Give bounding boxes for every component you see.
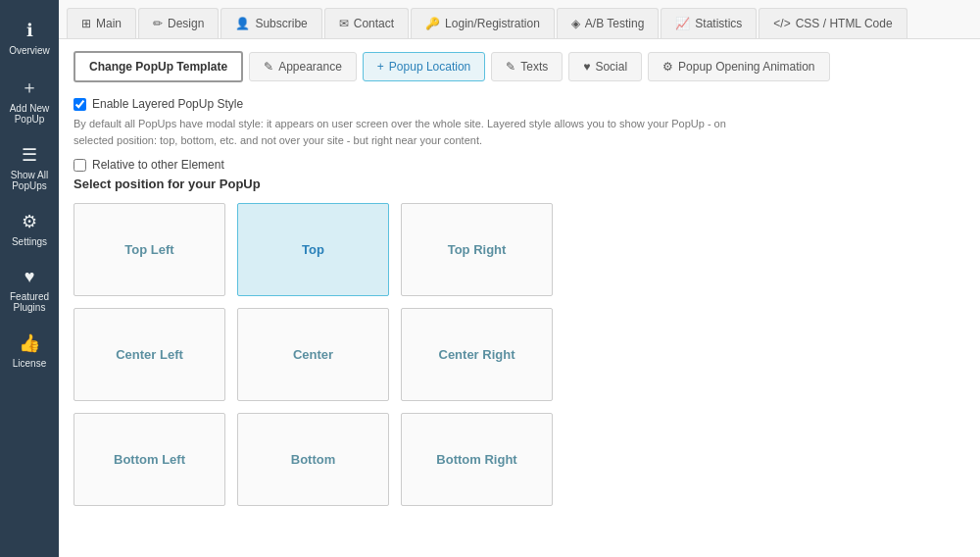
enable-layered-label[interactable]: Enable Layered PopUp Style [92, 97, 243, 111]
list-icon: ☰ [22, 144, 37, 166]
tab-appearance[interactable]: ✎ Appearance [249, 52, 357, 81]
animation-icon: ⚙ [662, 60, 673, 74]
sidebar-item-label: License [13, 358, 46, 369]
sidebar-item-license[interactable]: 👍 License [0, 323, 59, 379]
tab-statistics[interactable]: 📈 Statistics [661, 8, 757, 38]
position-bottom[interactable]: Bottom [237, 413, 389, 506]
text-icon: ✎ [506, 60, 515, 74]
sidebar-item-add-new-popup[interactable]: ＋ Add New PopUp [0, 66, 59, 134]
sidebar-item-label: Add New PopUp [5, 103, 54, 125]
heart-icon: ♥ [24, 267, 35, 287]
thumbs-up-icon: 👍 [19, 332, 40, 354]
tab-ab-testing[interactable]: ◈ A/B Testing [557, 8, 659, 38]
position-top[interactable]: Top [237, 203, 389, 296]
tab-css-html[interactable]: </> CSS / HTML Code [759, 8, 906, 38]
position-center-right[interactable]: Center Right [401, 308, 553, 401]
plus-icon: ＋ [21, 76, 38, 99]
tab-design[interactable]: ✏ Design [138, 8, 219, 38]
sub-nav: Change PopUp Template ✎ Appearance + Pop… [74, 51, 965, 82]
content-area: Change PopUp Template ✎ Appearance + Pop… [59, 39, 980, 557]
key-icon: 🔑 [425, 17, 440, 30]
code-icon: </> [773, 17, 790, 30]
position-bottom-left[interactable]: Bottom Left [74, 413, 225, 506]
position-grid: Top Left Top Top Right Center Left Cente… [74, 203, 965, 506]
change-template-button[interactable]: Change PopUp Template [74, 51, 243, 82]
position-top-right[interactable]: Top Right [401, 203, 553, 296]
tab-login[interactable]: 🔑 Login/Registration [411, 8, 555, 38]
relative-other-checkbox[interactable] [74, 159, 86, 172]
sidebar-item-show-all-popups[interactable]: ☰ Show All PopUps [0, 134, 59, 201]
social-icon: ♥ [583, 60, 590, 74]
enable-layered-option: Enable Layered PopUp Style [74, 97, 965, 111]
position-top-left[interactable]: Top Left [74, 203, 225, 296]
tab-subscribe[interactable]: 👤 Subscribe [220, 8, 321, 38]
main-content: ⊞ Main ✏ Design 👤 Subscribe ✉ Contact 🔑 … [59, 0, 980, 557]
appearance-icon: ✎ [264, 60, 273, 74]
grid-icon: ⊞ [81, 17, 91, 30]
chart-icon: 📈 [675, 17, 690, 30]
position-center-left[interactable]: Center Left [74, 308, 225, 401]
tab-popup-location[interactable]: + Popup Location [363, 52, 485, 81]
sidebar-item-label: Featured Plugins [5, 291, 54, 313]
sidebar-item-overview[interactable]: ℹ Overview [0, 10, 59, 66]
sidebar-item-settings[interactable]: ⚙ Settings [0, 201, 59, 257]
position-bottom-right[interactable]: Bottom Right [401, 413, 553, 506]
tab-social[interactable]: ♥ Social [568, 52, 642, 81]
position-center[interactable]: Center [237, 308, 389, 401]
info-icon: ℹ [26, 20, 33, 41]
user-icon: 👤 [235, 17, 250, 30]
tab-texts[interactable]: ✎ Texts [491, 52, 563, 81]
select-position-label: Select position for your PopUp [74, 177, 965, 191]
mail-icon: ✉ [339, 17, 349, 30]
sidebar-item-label: Show All PopUps [5, 170, 54, 191]
ab-icon: ◈ [571, 17, 580, 30]
tab-contact[interactable]: ✉ Contact [324, 8, 409, 38]
enable-layered-checkbox[interactable] [74, 98, 86, 111]
pencil-icon: ✏ [153, 17, 163, 30]
sidebar-item-label: Overview [9, 45, 50, 56]
tab-main[interactable]: ⊞ Main [67, 8, 136, 38]
gear-icon: ⚙ [22, 211, 37, 232]
relative-other-option: Relative to other Element [74, 158, 965, 172]
sidebar-item-featured-plugins[interactable]: ♥ Featured Plugins [0, 257, 59, 323]
location-icon: + [377, 60, 384, 74]
tab-popup-opening-animation[interactable]: ⚙ Popup Opening Animation [648, 52, 829, 81]
layered-description: By default all PopUps have modal style: … [74, 116, 760, 148]
relative-other-label[interactable]: Relative to other Element [92, 158, 224, 172]
top-nav: ⊞ Main ✏ Design 👤 Subscribe ✉ Contact 🔑 … [59, 0, 980, 39]
sidebar: ℹ Overview ＋ Add New PopUp ☰ Show All Po… [0, 0, 59, 557]
sidebar-item-label: Settings [12, 236, 47, 247]
